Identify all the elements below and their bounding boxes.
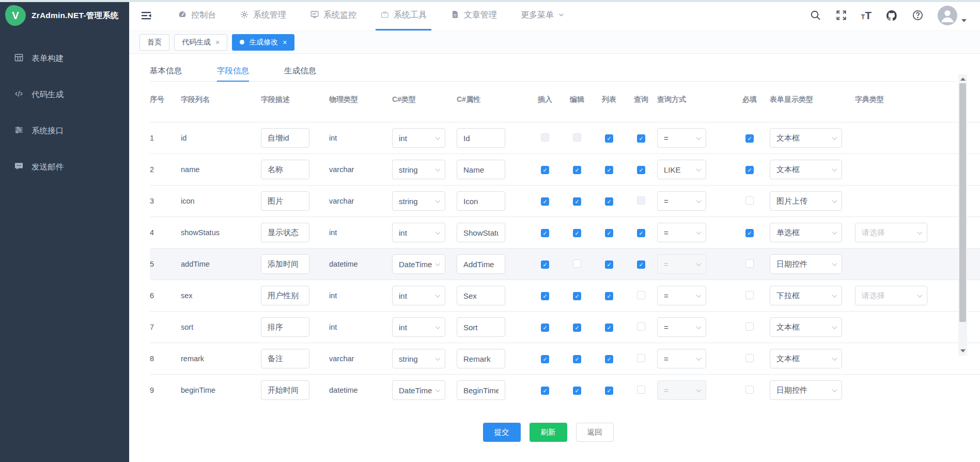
- dict-type-select[interactable]: 请选择: [855, 286, 927, 305]
- insert-checkbox[interactable]: ✓: [541, 292, 549, 300]
- insert-checkbox[interactable]: ✓: [541, 166, 549, 174]
- query-checkbox[interactable]: [637, 386, 645, 394]
- nav-item-system-tools[interactable]: 系统工具: [368, 0, 439, 30]
- required-checkbox[interactable]: [745, 291, 754, 299]
- csharp-type-select[interactable]: int: [392, 317, 445, 337]
- required-checkbox[interactable]: ✓: [745, 229, 754, 237]
- csharp-type-select[interactable]: string: [392, 160, 445, 179]
- list-checkbox[interactable]: ✓: [605, 292, 613, 300]
- csharp-prop-input[interactable]: [457, 286, 505, 305]
- scrollbar-thumb[interactable]: [959, 83, 966, 322]
- query-checkbox[interactable]: [637, 354, 645, 362]
- csharp-prop-input[interactable]: [457, 380, 505, 400]
- query-type-select[interactable]: LIKE: [657, 160, 706, 179]
- nav-item-article-admin[interactable]: 文章管理: [439, 0, 509, 30]
- column-desc-input[interactable]: [261, 317, 309, 337]
- tab-field-info[interactable]: 字段信息: [217, 61, 249, 81]
- tab-basic-info[interactable]: 基本信息: [150, 61, 182, 81]
- query-type-select[interactable]: =: [657, 317, 706, 337]
- display-type-select[interactable]: 单选框: [770, 223, 842, 242]
- insert-checkbox[interactable]: ✓: [541, 229, 549, 237]
- display-type-select[interactable]: 日期控件: [770, 254, 842, 274]
- tag-gen-edit[interactable]: 生成修改 ×: [232, 34, 294, 51]
- edit-checkbox[interactable]: ✓: [573, 355, 581, 363]
- csharp-prop-input[interactable]: [457, 317, 505, 337]
- csharp-prop-input[interactable]: [457, 128, 505, 148]
- edit-checkbox[interactable]: [573, 133, 581, 142]
- close-icon[interactable]: ×: [215, 39, 220, 46]
- edit-checkbox[interactable]: ✓: [573, 387, 581, 395]
- scroll-up-arrow-icon[interactable]: [960, 78, 966, 81]
- column-desc-input[interactable]: [261, 254, 309, 274]
- column-desc-input[interactable]: [261, 128, 309, 148]
- column-desc-input[interactable]: [261, 380, 309, 400]
- csharp-type-select[interactable]: int: [392, 286, 445, 305]
- search-icon[interactable]: [810, 9, 821, 21]
- required-checkbox[interactable]: ✓: [745, 166, 754, 174]
- scroll-down-arrow-icon[interactable]: [960, 349, 966, 352]
- list-checkbox[interactable]: ✓: [605, 197, 613, 206]
- insert-checkbox[interactable]: ✓: [541, 260, 549, 269]
- display-type-select[interactable]: 文本框: [770, 317, 842, 337]
- query-checkbox[interactable]: [637, 196, 645, 205]
- back-button[interactable]: 返回: [576, 423, 614, 442]
- sidebar-item-form-builder[interactable]: 表单构建: [0, 40, 129, 76]
- column-desc-input[interactable]: [261, 349, 309, 368]
- dict-type-select[interactable]: 请选择: [855, 223, 927, 242]
- vertical-scrollbar[interactable]: [958, 74, 967, 356]
- required-checkbox[interactable]: [745, 196, 754, 205]
- logo-row[interactable]: V ZrAdmin.NET-管理系统: [0, 0, 129, 31]
- csharp-type-select[interactable]: string: [392, 349, 445, 368]
- required-checkbox[interactable]: [745, 259, 754, 268]
- insert-checkbox[interactable]: ✓: [541, 197, 549, 206]
- required-checkbox[interactable]: [745, 354, 754, 362]
- required-checkbox[interactable]: [745, 386, 754, 394]
- sidebar-item-mail[interactable]: 发送邮件: [0, 149, 129, 185]
- display-type-select[interactable]: 文本框: [770, 160, 842, 179]
- edit-checkbox[interactable]: ✓: [573, 166, 581, 174]
- insert-checkbox[interactable]: ✓: [541, 324, 549, 332]
- tag-home[interactable]: 首页: [139, 34, 169, 51]
- insert-checkbox[interactable]: [541, 133, 549, 142]
- nav-item-dashboard[interactable]: 控制台: [166, 0, 228, 30]
- list-checkbox[interactable]: ✓: [605, 260, 613, 269]
- query-checkbox[interactable]: [637, 322, 645, 331]
- close-icon[interactable]: ×: [283, 39, 287, 46]
- csharp-type-select[interactable]: int: [392, 223, 445, 242]
- fullscreen-icon[interactable]: [835, 9, 847, 21]
- column-desc-input[interactable]: [261, 286, 309, 305]
- csharp-prop-input[interactable]: [457, 160, 505, 179]
- csharp-type-select[interactable]: DateTime: [392, 254, 445, 274]
- required-checkbox[interactable]: [745, 322, 754, 331]
- query-type-select[interactable]: =: [657, 380, 706, 400]
- github-icon[interactable]: [885, 9, 898, 22]
- edit-checkbox[interactable]: ✓: [573, 324, 581, 332]
- query-checkbox[interactable]: ✓: [637, 134, 645, 143]
- query-type-select[interactable]: =: [657, 286, 706, 305]
- query-type-select[interactable]: =: [657, 349, 706, 368]
- list-checkbox[interactable]: ✓: [605, 229, 613, 237]
- list-checkbox[interactable]: ✓: [605, 324, 613, 332]
- sidebar-item-code-gen[interactable]: 代码生成: [0, 76, 129, 113]
- list-checkbox[interactable]: ✓: [605, 355, 613, 363]
- list-checkbox[interactable]: ✓: [605, 134, 613, 143]
- query-type-select[interactable]: =: [657, 128, 706, 148]
- required-checkbox[interactable]: ✓: [745, 134, 754, 143]
- list-checkbox[interactable]: ✓: [605, 387, 613, 395]
- tab-gen-info[interactable]: 生成信息: [284, 61, 316, 81]
- query-type-select[interactable]: =: [657, 254, 706, 274]
- tag-code-gen[interactable]: 代码生成 ×: [174, 34, 227, 51]
- csharp-prop-input[interactable]: [457, 223, 505, 242]
- display-type-select[interactable]: 图片上传: [770, 191, 842, 211]
- display-type-select[interactable]: 文本框: [770, 128, 842, 148]
- help-icon[interactable]: [912, 9, 924, 21]
- query-checkbox[interactable]: ✓: [637, 166, 645, 174]
- query-type-select[interactable]: =: [657, 223, 706, 242]
- query-checkbox[interactable]: ✓: [637, 260, 645, 269]
- insert-checkbox[interactable]: ✓: [541, 355, 549, 363]
- edit-checkbox[interactable]: ✓: [573, 197, 581, 206]
- query-type-select[interactable]: =: [657, 191, 706, 211]
- query-checkbox[interactable]: [637, 291, 645, 299]
- display-type-select[interactable]: 下拉框: [770, 286, 842, 305]
- insert-checkbox[interactable]: ✓: [541, 387, 549, 395]
